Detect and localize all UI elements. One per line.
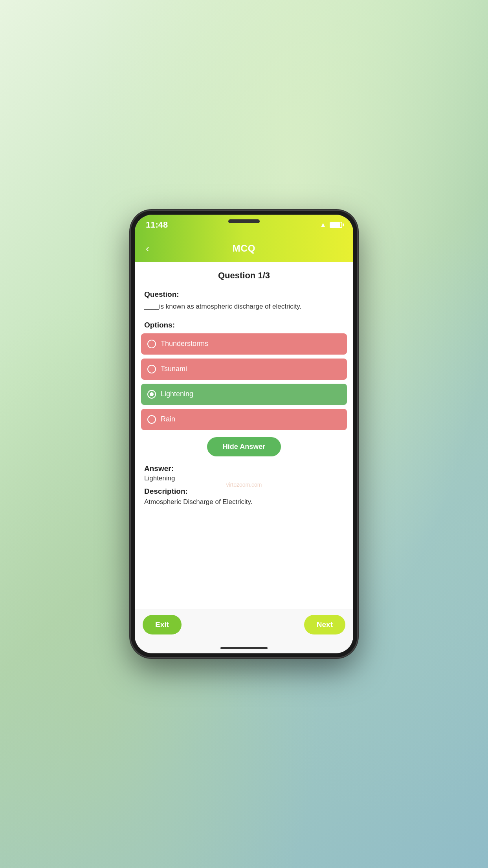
option-c-radio (147, 390, 156, 399)
description-value: Atmospheric Discharge of Electricity. (144, 497, 344, 507)
next-button[interactable]: Next (304, 615, 345, 634)
back-button[interactable]: ‹ (143, 239, 152, 258)
option-a-text: Thunderstorms (161, 340, 208, 348)
answer-section: Answer: Lightening Description: Atmosphe… (135, 460, 353, 509)
phone-frame: 11:48 ▲ ‹ MCQ Question 1/3 Question: ___… (130, 210, 358, 658)
option-a-radio (147, 340, 156, 348)
option-c[interactable]: Lightening (141, 384, 347, 405)
battery-fill (330, 223, 340, 227)
content-area: Question 1/3 Question: ____is known as a… (135, 262, 353, 609)
wifi-icon: ▲ (319, 221, 327, 229)
options-list: Thunderstorms Tsunami Lightening Rain (135, 333, 353, 430)
home-indicator (135, 642, 353, 653)
option-b[interactable]: Tsunami (141, 359, 347, 380)
hide-answer-button[interactable]: Hide Answer (207, 437, 281, 456)
option-d-radio (147, 415, 156, 424)
status-time: 11:48 (146, 220, 168, 230)
options-section-label: Options: (135, 318, 353, 333)
answer-value: Lightening (144, 474, 344, 482)
question-number: Question 1/3 (135, 262, 353, 287)
speaker-notch (228, 219, 260, 223)
exit-button[interactable]: Exit (143, 615, 182, 634)
answer-label: Answer: (144, 464, 344, 473)
app-header: ‹ MCQ (135, 235, 353, 262)
question-text: ____is known as atmospheric discharge of… (135, 301, 353, 318)
phone-screen: 11:48 ▲ ‹ MCQ Question 1/3 Question: ___… (135, 215, 353, 653)
question-section-label: Question: (135, 287, 353, 301)
header-title: MCQ (233, 243, 256, 254)
option-b-text: Tsunami (161, 365, 187, 373)
option-c-text: Lightening (161, 390, 193, 398)
status-bar: 11:48 ▲ (135, 215, 353, 235)
option-b-radio (147, 365, 156, 373)
description-label: Description: (144, 487, 344, 496)
option-d[interactable]: Rain (141, 409, 347, 430)
status-icons: ▲ (319, 221, 342, 229)
option-d-text: Rain (161, 415, 175, 423)
battery-icon (330, 222, 342, 228)
home-bar (220, 647, 268, 649)
option-a[interactable]: Thunderstorms (141, 333, 347, 355)
bottom-bar: Exit Next (135, 609, 353, 642)
